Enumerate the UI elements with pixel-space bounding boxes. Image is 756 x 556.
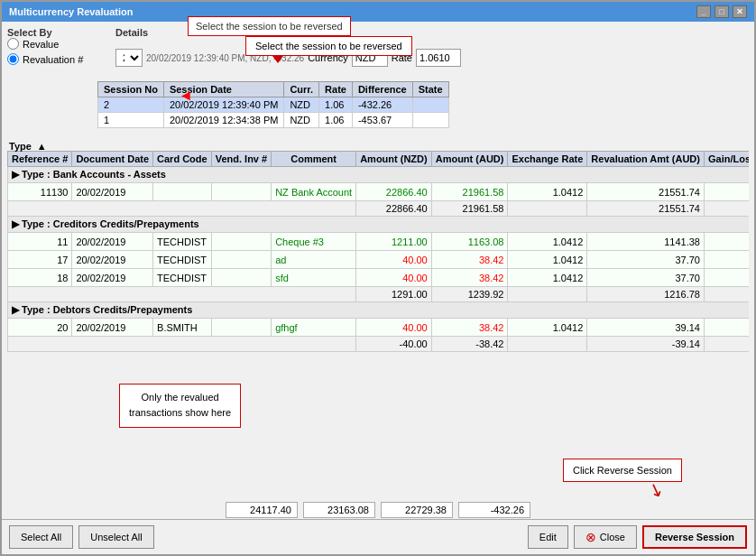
- aud-11130: 21961.58: [431, 183, 508, 201]
- gain-11130: -409.84: [704, 183, 749, 201]
- session-table: Session No Session Date Curr. Rate Diffe…: [97, 81, 449, 128]
- section-debtors-label: ▶ Type : Debtors Credits/Prepayments: [8, 302, 750, 319]
- session-select[interactable]: 2 1: [115, 49, 143, 67]
- reverse-session-button[interactable]: Reverse Session: [642, 525, 747, 549]
- cred-total-nzd: 1291.00: [356, 287, 432, 302]
- cred-total-aud: 1239.92: [431, 287, 508, 302]
- select-session-callout-text: Select the session to be reversed: [245, 36, 412, 56]
- card-18: TECHDIST: [153, 269, 212, 287]
- date-17: 20/02/2019: [72, 251, 153, 269]
- rate-20: 1.0412: [508, 319, 587, 337]
- cred-total-gain: -23.14: [704, 287, 749, 302]
- session-curr-2: NZD: [284, 113, 319, 128]
- session-curr-1: NZD: [284, 97, 319, 113]
- callout-arrow-down: [272, 56, 283, 63]
- session-rate-2: 1.06: [319, 113, 353, 128]
- grand-total-reval: 22729.38: [381, 502, 453, 518]
- revalue-radio[interactable]: [7, 38, 19, 50]
- card-20: B.SMITH: [153, 319, 212, 337]
- session-no-1: 2: [98, 97, 164, 113]
- debt-total-reval: -39.14: [587, 337, 705, 352]
- comment-17: ad: [272, 251, 356, 269]
- select-by-panel: Select By Revalue Revaluation #: [7, 27, 97, 67]
- date-18: 20/02/2019: [72, 269, 153, 287]
- session-row-1[interactable]: 2 20/02/2019 12:39:40 PM NZD 1.06 -432.2…: [98, 97, 449, 113]
- vinv-20: [211, 319, 271, 337]
- minimize-button[interactable]: _: [696, 5, 711, 18]
- close-window-button[interactable]: ✕: [733, 5, 747, 18]
- debt-total-nzd: -40.00: [356, 337, 432, 352]
- click-reverse-callout: Click Reverse Session: [563, 459, 682, 482]
- grand-total-nzd: 24117.40: [226, 502, 298, 518]
- bank-total-aud: 21961.58: [431, 201, 508, 217]
- gain-20: 0.72: [704, 319, 749, 337]
- nzd-11: 1211.00: [356, 233, 432, 251]
- session-no-2: 1: [98, 113, 164, 128]
- right-buttons: Edit ⊗ Close Reverse Session: [528, 525, 747, 549]
- rate-11130: 1.0412: [508, 183, 587, 201]
- radio-group: Revalue Revaluation #: [7, 38, 97, 65]
- gain-18: -0.72: [704, 269, 749, 287]
- main-table: Reference # Document Date Card Code Vend…: [7, 151, 749, 352]
- edit-button[interactable]: Edit: [528, 525, 568, 549]
- debtors-summary-row: -40.00 -38.42 -39.14 0.72: [8, 337, 750, 352]
- card-17: TECHDIST: [153, 251, 212, 269]
- vinv-11: [211, 233, 271, 251]
- revaluation-label: Revaluation #: [23, 54, 83, 65]
- close-button[interactable]: ⊗ Close: [574, 525, 637, 549]
- col-card-code: Card Code: [153, 152, 212, 167]
- table-row: 17 20/02/2019 TECHDIST ad 40.00 38.42 1.…: [8, 251, 750, 269]
- date-20: 20/02/2019: [72, 319, 153, 337]
- date-11: 20/02/2019: [72, 233, 153, 251]
- type-sort-icon[interactable]: ▲: [37, 141, 47, 152]
- comment-11: Cheque #3: [272, 233, 356, 251]
- session-row-2[interactable]: 1 20/02/2019 12:34:38 PM NZD 1.06 -453.6…: [98, 113, 449, 128]
- ref-11130: 11130: [8, 183, 72, 201]
- grand-total-aud: 23163.08: [303, 502, 375, 518]
- bank-summary-row: 22866.40 21961.58 21551.74 -409.84: [8, 201, 750, 217]
- comment-18: sfd: [272, 269, 356, 287]
- col-doc-date: Document Date: [72, 152, 153, 167]
- nzd-17: 40.00: [356, 251, 432, 269]
- col-gain-loss: Gain/Loss (AUD): [704, 152, 749, 167]
- type-label: Type: [9, 141, 32, 152]
- section-creditors: ▶ Type : Creditors Credits/Prepayments: [8, 217, 750, 233]
- unselect-all-button[interactable]: Unselect All: [78, 525, 153, 549]
- comment-11130: NZ Bank Account: [272, 183, 356, 201]
- table-row: 18 20/02/2019 TECHDIST sfd 40.00 38.42 1…: [8, 269, 750, 287]
- table-row: 11 20/02/2019 TECHDIST Cheque #3 1211.00…: [8, 233, 750, 251]
- rate-17: 1.0412: [508, 251, 587, 269]
- nzd-11130: 22866.40: [356, 183, 432, 201]
- main-table-container: Reference # Document Date Card Code Vend…: [7, 151, 749, 491]
- rate-input[interactable]: [416, 49, 461, 67]
- session-col-state: State: [412, 82, 448, 97]
- session-diff-2: -453.67: [352, 113, 412, 128]
- select-by-label: Select By: [7, 27, 97, 38]
- vinv-11130: [211, 183, 271, 201]
- bank-total-reval: 21551.74: [587, 201, 705, 217]
- titlebar: Multicurrency Revaluation _ □ ✕: [2, 2, 754, 22]
- cred-total-reval: 1216.78: [587, 287, 705, 302]
- restore-button[interactable]: □: [715, 5, 729, 18]
- revaluation-radio[interactable]: [7, 53, 19, 65]
- session-state-2: [412, 113, 448, 128]
- session-pointer-arrow: ◄: [179, 88, 193, 104]
- window-title: Multicurrency Revaluation: [9, 6, 134, 17]
- session-col-curr: Curr.: [284, 82, 319, 97]
- col-vend-inv: Vend. Inv #: [211, 152, 271, 167]
- section-bank-label: ▶ Type : Bank Accounts - Assets: [8, 167, 750, 183]
- ref-18: 18: [8, 269, 72, 287]
- card-11: TECHDIST: [153, 233, 212, 251]
- select-all-button[interactable]: Select All: [9, 525, 73, 549]
- section-debtors: ▶ Type : Debtors Credits/Prepayments: [8, 302, 750, 319]
- aud-11: 1163.08: [431, 233, 508, 251]
- section-bank: ▶ Type : Bank Accounts - Assets: [8, 167, 750, 183]
- left-buttons: Select All Unselect All: [9, 525, 154, 549]
- bank-total-gain: -409.84: [704, 201, 749, 217]
- session-col-no: Session No: [98, 82, 164, 97]
- type-filter-row: Type ▲: [9, 141, 47, 152]
- debt-total-gain: 0.72: [704, 337, 749, 352]
- session-date-2: 20/02/2019 12:34:38 PM: [163, 113, 283, 128]
- section-creditors-label: ▶ Type : Creditors Credits/Prepayments: [8, 217, 750, 233]
- card-11130: [153, 183, 212, 201]
